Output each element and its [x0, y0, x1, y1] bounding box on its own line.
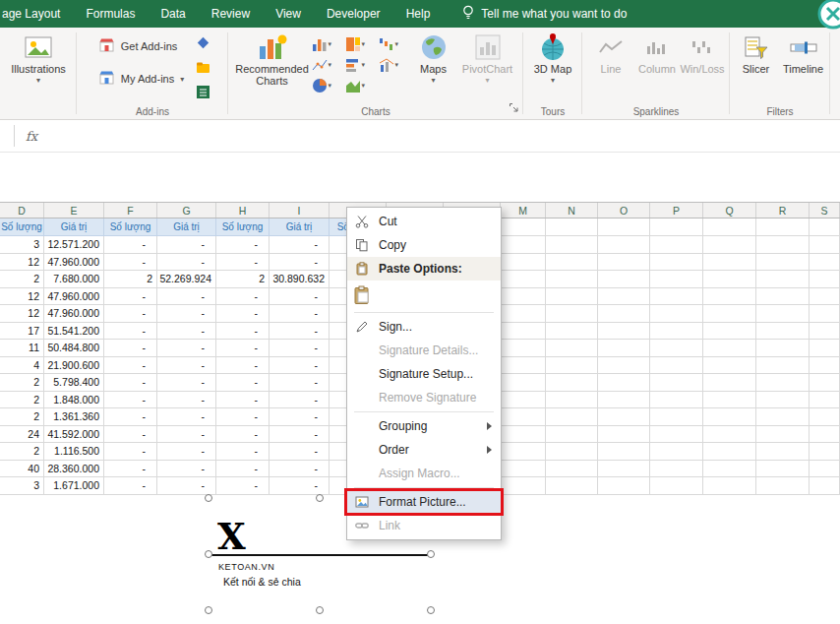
menu-tab-age-layout[interactable]: age Layout: [0, 0, 73, 28]
cell[interactable]: -: [157, 408, 216, 426]
cell[interactable]: -: [270, 477, 330, 495]
cell[interactable]: [703, 340, 756, 357]
cell[interactable]: [598, 323, 650, 341]
menu-tab-review[interactable]: Review: [199, 0, 263, 28]
recommended-charts-button[interactable]: Recommended Charts: [233, 31, 312, 88]
cell[interactable]: -: [216, 461, 270, 478]
cell[interactable]: [756, 254, 810, 272]
cell[interactable]: [650, 305, 703, 323]
cell[interactable]: -: [157, 288, 216, 306]
column-header-Q[interactable]: Q: [703, 203, 756, 218]
tell-me-box[interactable]: Tell me what you want to do: [462, 5, 627, 24]
cell[interactable]: [650, 408, 703, 426]
cell[interactable]: [546, 236, 598, 254]
cell[interactable]: -: [216, 477, 270, 495]
hierarchy-chart-button[interactable]: ▾: [345, 36, 378, 52]
column-header-H[interactable]: H: [216, 203, 270, 218]
cell[interactable]: 2: [216, 271, 270, 288]
cell[interactable]: -: [157, 477, 216, 495]
cell[interactable]: [501, 288, 546, 306]
cell[interactable]: [703, 477, 756, 495]
cell[interactable]: [703, 323, 756, 341]
selection-handle[interactable]: [205, 494, 212, 502]
cell[interactable]: -: [216, 340, 270, 357]
cell[interactable]: [756, 340, 810, 357]
cell[interactable]: [650, 218, 703, 236]
cell[interactable]: 2: [0, 374, 44, 392]
cell[interactable]: [810, 288, 840, 306]
cell[interactable]: 12: [0, 305, 44, 323]
cell[interactable]: [756, 461, 810, 478]
cell[interactable]: [546, 271, 598, 288]
cell[interactable]: [501, 357, 546, 375]
cell[interactable]: -: [270, 288, 330, 306]
cell[interactable]: 47.960.000: [44, 288, 104, 306]
pivotchart-button[interactable]: PivotChart ▾: [456, 31, 519, 86]
field-header-cell[interactable]: Số lượng: [104, 218, 157, 236]
cell[interactable]: [756, 271, 810, 288]
cell[interactable]: [703, 443, 756, 461]
sparkline-winloss-button[interactable]: Win/Loss: [681, 31, 724, 76]
cell[interactable]: 47.960.000: [44, 254, 104, 272]
cell[interactable]: [756, 374, 810, 392]
cell[interactable]: [756, 477, 810, 495]
cell[interactable]: [546, 443, 598, 461]
cell[interactable]: [756, 323, 810, 341]
cell[interactable]: [598, 392, 650, 409]
cell[interactable]: 5.798.400: [44, 374, 104, 392]
cell[interactable]: -: [104, 408, 157, 426]
cell[interactable]: [598, 443, 650, 461]
cell[interactable]: [546, 357, 598, 375]
cell[interactable]: [501, 374, 546, 392]
cell[interactable]: [501, 443, 546, 461]
cell[interactable]: [810, 461, 840, 478]
cell[interactable]: 50.484.800: [44, 340, 104, 357]
cell[interactable]: -: [157, 443, 216, 461]
cell[interactable]: [546, 374, 598, 392]
cell[interactable]: [703, 357, 756, 375]
cell[interactable]: [650, 236, 703, 254]
cell[interactable]: [546, 254, 598, 272]
cell[interactable]: [703, 408, 756, 426]
column-header-I[interactable]: I: [270, 203, 330, 218]
column-header-S[interactable]: S: [810, 203, 840, 218]
cell[interactable]: [650, 357, 703, 375]
cell[interactable]: -: [216, 323, 270, 341]
area-chart-button[interactable]: ▾: [345, 78, 378, 94]
column-header-O[interactable]: O: [598, 203, 650, 218]
column-header-D[interactable]: D: [0, 203, 44, 218]
menu-item-cut[interactable]: Cut: [347, 210, 501, 233]
menu-item-grouping[interactable]: Grouping: [347, 414, 501, 438]
sparkline-line-button[interactable]: Line: [588, 31, 633, 76]
cell[interactable]: [598, 288, 650, 306]
cell[interactable]: -: [270, 443, 330, 461]
cell[interactable]: [756, 392, 810, 409]
cell[interactable]: [546, 340, 598, 357]
cell[interactable]: 12: [0, 288, 44, 306]
cell[interactable]: [598, 426, 650, 444]
cell[interactable]: [650, 254, 703, 272]
cell[interactable]: [756, 305, 810, 323]
cell[interactable]: 12.571.200: [44, 236, 104, 254]
cell[interactable]: [756, 443, 810, 461]
menu-item-format-picture[interactable]: Format Picture...: [347, 490, 501, 514]
menu-item-signature-setup[interactable]: Signature Setup...: [347, 362, 501, 386]
waterfall-chart-button[interactable]: ▾: [379, 36, 411, 52]
cell[interactable]: [546, 218, 598, 236]
cell[interactable]: -: [270, 374, 330, 392]
menu-item-link[interactable]: Link: [347, 514, 501, 537]
cell[interactable]: [756, 288, 810, 306]
cell[interactable]: -: [216, 374, 270, 392]
cell[interactable]: -: [216, 443, 270, 461]
column-header-F[interactable]: F: [104, 203, 157, 218]
cell[interactable]: [598, 218, 650, 236]
cell[interactable]: [650, 288, 703, 306]
cell[interactable]: -: [270, 254, 330, 272]
addin-blue-icon[interactable]: [196, 35, 210, 54]
cell[interactable]: -: [270, 357, 330, 375]
cell[interactable]: 2: [0, 443, 44, 461]
cell[interactable]: 1.116.500: [44, 443, 104, 461]
cell[interactable]: [650, 392, 703, 409]
cell[interactable]: [501, 477, 546, 495]
paste-option-button[interactable]: [347, 281, 501, 310]
